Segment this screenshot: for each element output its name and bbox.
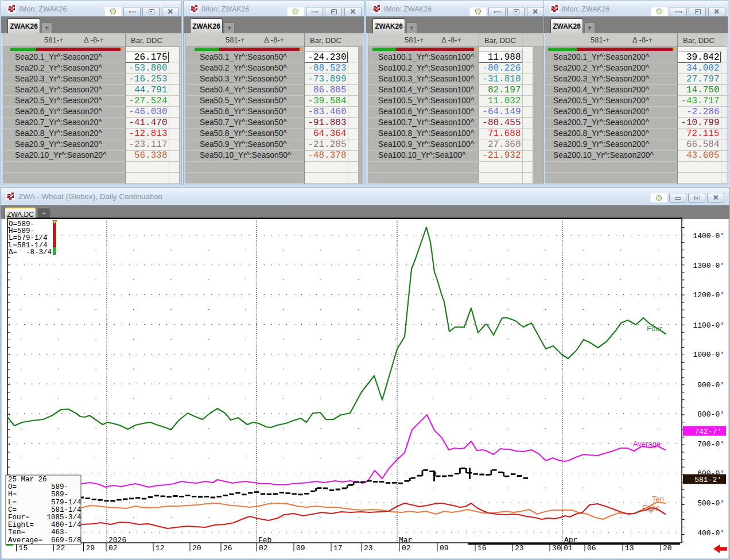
svg-text:Ten= 463-: Ten= 463- [8,528,68,536]
svg-text:02: 02 [402,544,411,553]
svg-text:01: 01 [564,544,573,553]
svg-text:30: 30 [552,544,561,553]
svg-text:Ten: Ten [652,495,664,503]
svg-text:15: 15 [19,544,28,553]
svg-text:Mar: Mar [399,536,412,545]
svg-text:700-0': 700-0' [697,440,724,449]
svg-text:500-0': 500-0' [697,499,724,508]
svg-text:L= 579-1/4: L= 579-1/4 [8,499,81,507]
svg-text:02: 02 [108,544,118,553]
svg-text:12: 12 [156,544,165,553]
svg-text:581-2': 581-2' [694,476,721,484]
svg-text:13: 13 [625,544,634,553]
svg-text:Eight= 460-1/4: Eight= 460-1/4 [8,521,81,529]
svg-text:17: 17 [333,544,343,553]
svg-text:29: 29 [86,544,95,553]
svg-text:Δ= -8-3/4: Δ= -8-3/4 [9,248,52,256]
svg-text:Four= 1085-3/4: Four= 1085-3/4 [8,514,81,522]
svg-text:20: 20 [192,544,201,553]
svg-text:900-0': 900-0' [697,381,724,390]
svg-text:09: 09 [440,544,449,553]
svg-text:02: 02 [259,544,268,553]
svg-text:20: 20 [663,544,672,553]
svg-text:400-0': 400-0' [697,529,724,538]
svg-text:1200-0': 1200-0' [693,291,724,300]
svg-text:23: 23 [515,544,524,553]
svg-text:1100-0': 1100-0' [693,321,724,330]
svg-text:Four: Four [647,324,662,333]
svg-text:1000-0': 1000-0' [693,351,724,359]
svg-text:26: 26 [223,544,232,553]
svg-text:Apr: Apr [564,536,577,545]
svg-text:16: 16 [477,544,487,553]
svg-text:1400-0': 1400-0' [693,232,724,240]
svg-text:Average: Average [633,440,661,448]
svg-text:742-7': 742-7' [694,427,721,436]
svg-text:Average= 669-5/8: Average= 669-5/8 [8,536,81,545]
svg-text:23: 23 [364,544,373,553]
svg-text:H= 589-: H= 589- [8,491,68,499]
svg-text:O= 589-: O= 589- [8,483,68,491]
svg-text:06: 06 [587,544,596,553]
svg-text:Eight: Eight [642,504,659,512]
svg-text:C= 581-1/4: C= 581-1/4 [8,506,81,514]
svg-text:22: 22 [56,544,65,553]
svg-text:25 Mar 26: 25 Mar 26 [8,476,47,484]
svg-text:800-0': 800-0' [697,410,724,419]
svg-text:09: 09 [296,544,305,553]
svg-text:1300-0': 1300-0' [693,262,724,270]
svg-text:Feb: Feb [258,536,271,545]
svg-text:2026: 2026 [108,536,126,545]
